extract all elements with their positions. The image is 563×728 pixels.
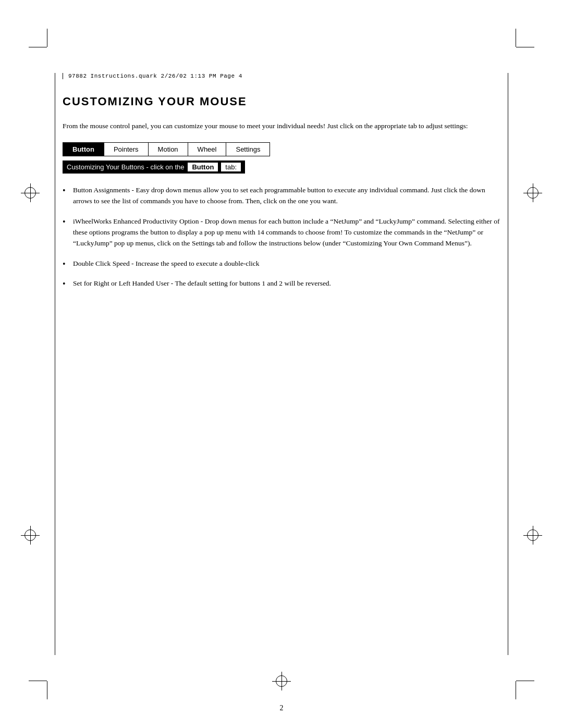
file-info-bar: 97882 Instructions.quark 2/26/02 1:13 PM… [63, 73, 500, 79]
crop-mark-tl-h [29, 47, 47, 47]
tab-motion[interactable]: Motion [149, 143, 188, 156]
tab-button[interactable]: Button [63, 143, 104, 156]
crop-mark-br-h [516, 681, 534, 681]
page-number: 2 [280, 704, 284, 712]
page: 97882 Instructions.quark 2/26/02 1:13 PM… [0, 0, 563, 728]
instruction-bar: Customizing Your Buttons - click on the … [63, 161, 245, 174]
crop-mark-tr-v [516, 29, 516, 47]
content-area: 97882 Instructions.quark 2/26/02 1:13 PM… [63, 73, 500, 655]
tab-bar: Button Pointers Motion Wheel Settings [63, 142, 270, 156]
crop-mark-bl-v [47, 681, 47, 699]
side-line-right [508, 73, 508, 655]
crop-mark-br-v [516, 681, 516, 699]
list-item: Button Assignments - Easy drop down menu… [63, 185, 500, 207]
side-line-left [55, 73, 55, 655]
file-info-text: 97882 Instructions.quark 2/26/02 1:13 PM… [68, 73, 242, 79]
instruction-prefix: Customizing Your Buttons - click on the [67, 163, 186, 171]
instruction-button-label: Button [188, 163, 218, 171]
tab-wheel[interactable]: Wheel [188, 143, 227, 156]
reg-mark-left-bottom [25, 529, 36, 541]
list-item: Double Click Speed - Increase the speed … [63, 258, 500, 269]
instruction-tab-label: tab: [221, 163, 241, 171]
reg-mark-left-top [25, 187, 36, 199]
crop-mark-bl-h [29, 681, 47, 681]
crop-mark-tr-h [516, 47, 534, 47]
crop-mark-tl-v [47, 29, 47, 47]
reg-mark-right-top [527, 187, 538, 199]
bullet-list: Button Assignments - Easy drop down menu… [63, 185, 500, 289]
reg-mark-right-bottom [527, 529, 538, 541]
tab-pointers[interactable]: Pointers [104, 143, 149, 156]
tab-settings[interactable]: Settings [226, 143, 270, 156]
reg-mark-bottom-center [276, 675, 287, 687]
list-item: iWheelWorks Enhanced Productivity Option… [63, 216, 500, 249]
intro-paragraph: From the mouse control panel, you can cu… [63, 121, 500, 132]
list-item: Set for Right or Left Handed User - The … [63, 278, 500, 289]
page-title: CUSTOMIZING YOUR MOUSE [63, 95, 500, 108]
